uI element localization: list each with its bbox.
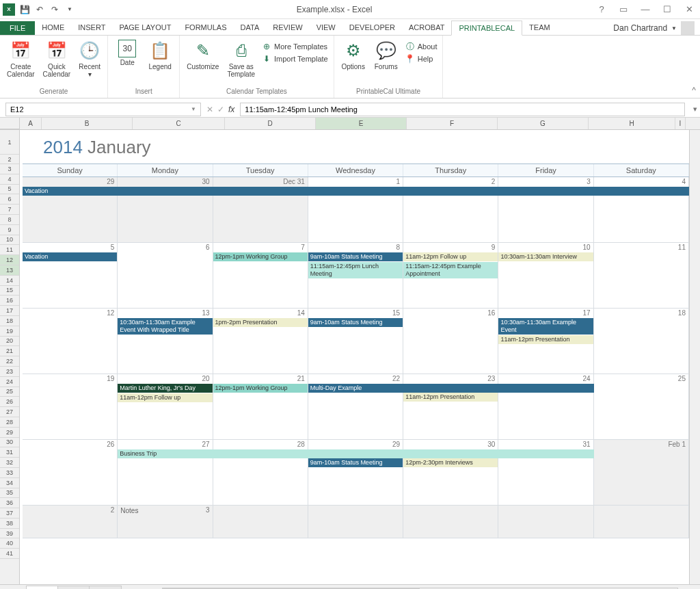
- calendar-day[interactable]: 5Vacation: [23, 243, 118, 308]
- tab-review[interactable]: REVIEW: [266, 21, 309, 35]
- calendar-day[interactable]: 25: [594, 374, 689, 439]
- chevron-down-icon[interactable]: ▼: [191, 106, 196, 112]
- row-header-4[interactable]: 4: [0, 174, 19, 185]
- calendar-day[interactable]: 141pm-2pm Presentation: [213, 309, 308, 374]
- calendar-day[interactable]: 26: [23, 440, 118, 505]
- row-header-25[interactable]: 25: [0, 387, 19, 397]
- row-header-30[interactable]: 30: [0, 438, 19, 448]
- column-header-B[interactable]: B: [42, 118, 133, 129]
- calendar-day[interactable]: Feb 1: [594, 440, 689, 505]
- calendar-day[interactable]: 12: [23, 309, 118, 374]
- column-header-D[interactable]: D: [225, 118, 316, 129]
- calendar-day[interactable]: [213, 506, 308, 538]
- column-header-A[interactable]: A: [20, 118, 42, 129]
- calendar-event[interactable]: 11am-12pm Presentation: [403, 393, 498, 402]
- recent-button[interactable]: 🕒 Recent▾: [76, 38, 103, 79]
- calendar-event[interactable]: Martin Luther King, Jr's Day: [118, 384, 212, 393]
- column-header-H[interactable]: H: [589, 118, 675, 129]
- calendar-event[interactable]: 12pm-2:30pm Interviews: [403, 458, 498, 467]
- save-icon[interactable]: 💾: [19, 4, 30, 15]
- calendar-event[interactable]: 9am-10am Status Meeting: [308, 318, 403, 327]
- undo-icon[interactable]: ↶: [34, 4, 45, 15]
- tab-data[interactable]: DATA: [234, 21, 267, 35]
- row-header-17[interactable]: 17: [0, 306, 19, 316]
- column-header-F[interactable]: F: [407, 118, 498, 129]
- row-header-21[interactable]: 21: [0, 346, 19, 356]
- maximize-icon[interactable]: ☐: [659, 3, 675, 16]
- add-sheet-button[interactable]: ⊕: [121, 585, 140, 590]
- tab-acrobat[interactable]: ACROBAT: [402, 21, 451, 35]
- more-templates-button[interactable]: ⊕ More Templates: [260, 41, 329, 52]
- calendar-event[interactable]: 11am-12pm Presentation: [498, 335, 593, 344]
- import-template-button[interactable]: ⬇ Import Template: [260, 53, 329, 64]
- row-header-9[interactable]: 9: [0, 225, 19, 235]
- row-header-16[interactable]: 16: [0, 296, 19, 306]
- row-header-29[interactable]: 29: [0, 428, 19, 438]
- row-header-14[interactable]: 14: [0, 276, 19, 286]
- calendar-day[interactable]: [308, 506, 403, 538]
- cancel-formula-icon[interactable]: ✕: [206, 105, 213, 114]
- column-header-E[interactable]: E: [316, 118, 407, 129]
- row-header-1[interactable]: 1: [0, 130, 19, 155]
- row-header-15[interactable]: 15: [0, 286, 19, 296]
- calendar-event-spanner[interactable]: Business Trip: [118, 449, 593, 458]
- qat-dropdown-icon[interactable]: ▼: [64, 4, 75, 15]
- row-header-24[interactable]: 24: [0, 377, 19, 387]
- options-button[interactable]: ⚙ Options: [338, 38, 368, 72]
- tab-formulas[interactable]: FORMULAS: [178, 21, 233, 35]
- row-header-18[interactable]: 18: [0, 316, 19, 326]
- row-header-31[interactable]: 31: [0, 447, 19, 458]
- calendar-event-spanner[interactable]: Vacation: [23, 187, 689, 196]
- row-header-39[interactable]: 39: [0, 529, 19, 539]
- redo-icon[interactable]: ↷: [49, 4, 60, 15]
- minimize-icon[interactable]: —: [637, 3, 654, 16]
- calendar-day[interactable]: 712pm-1pm Working Group: [213, 243, 308, 308]
- tab-view[interactable]: VIEW: [310, 21, 342, 35]
- row-header-6[interactable]: 6: [0, 194, 19, 205]
- row-header-35[interactable]: 35: [0, 488, 19, 499]
- close-icon[interactable]: ✕: [681, 3, 697, 16]
- row-header-23[interactable]: 23: [0, 367, 19, 377]
- tab-page-layout[interactable]: PAGE LAYOUT: [112, 21, 178, 35]
- expand-formula-icon[interactable]: ▾: [690, 105, 700, 114]
- column-header-I[interactable]: I: [675, 118, 686, 129]
- row-header-2[interactable]: 2: [0, 155, 19, 164]
- calendar-event[interactable]: 11am-12pm Follow up: [403, 252, 498, 261]
- calendar-event[interactable]: 1pm-2pm Presentation: [213, 318, 308, 327]
- date-button[interactable]: 30 Date: [112, 38, 142, 68]
- column-header-C[interactable]: C: [133, 118, 225, 129]
- calendar-event[interactable]: 12pm-1pm Working Group: [213, 384, 308, 393]
- column-header-G[interactable]: G: [498, 118, 589, 129]
- calendar-event[interactable]: 9am-10am Status Meeting: [308, 252, 403, 261]
- formula-input[interactable]: 11:15am-12:45pm Lunch Meeting: [240, 103, 685, 116]
- calendar-day[interactable]: 2112pm-1pm Working Group: [213, 374, 308, 439]
- calendar-event[interactable]: 10:30am-11:30am Interview: [498, 252, 593, 261]
- legend-button[interactable]: 📋 Legend: [145, 38, 175, 72]
- quick-calendar-button[interactable]: 📅 QuickCalendar: [40, 38, 74, 79]
- calendar-day[interactable]: 2: [23, 506, 118, 538]
- tab-home[interactable]: HOME: [35, 21, 71, 35]
- calendar-day[interactable]: [403, 506, 498, 538]
- help-button[interactable]: 📍 Help: [404, 53, 439, 64]
- row-header-22[interactable]: 22: [0, 356, 19, 367]
- calendar-day[interactable]: 1010:30am-11:30am Interview: [498, 243, 593, 308]
- calendar-day[interactable]: 1710:30am-11:30am Example Event11am-12pm…: [498, 309, 593, 374]
- row-header-10[interactable]: 10: [0, 235, 19, 246]
- calendar-day[interactable]: 18: [594, 309, 689, 374]
- save-as-template-button[interactable]: ⎙ Save asTemplate: [224, 38, 258, 79]
- row-header-33[interactable]: 33: [0, 468, 19, 478]
- calendar-event[interactable]: 11:15am-12:45pm Lunch Meeting: [308, 262, 403, 278]
- tab-printablecal[interactable]: PRINTABLECAL: [451, 21, 522, 36]
- ribbon-options-icon[interactable]: ▭: [615, 3, 632, 16]
- worksheet-content[interactable]: 2014 January SundayMondayTuesdayWednesda…: [20, 130, 700, 584]
- calendar-event[interactable]: 11am-12pm Follow up: [118, 393, 212, 402]
- calendar-day[interactable]: 6: [118, 243, 213, 308]
- sheet-tab-mar[interactable]: Mar: [89, 586, 121, 589]
- row-header-27[interactable]: 27: [0, 407, 19, 417]
- calendar-day[interactable]: 89am-10am Status Meeting11:15am-12:45pm …: [308, 243, 403, 308]
- sheet-tab-feb[interactable]: Feb: [57, 586, 90, 589]
- row-header-28[interactable]: 28: [0, 417, 19, 428]
- create-calendar-button[interactable]: 📅 CreateCalendar: [4, 38, 38, 79]
- row-header-26[interactable]: 26: [0, 397, 19, 407]
- calendar-day[interactable]: 159am-10am Status Meeting: [308, 309, 403, 374]
